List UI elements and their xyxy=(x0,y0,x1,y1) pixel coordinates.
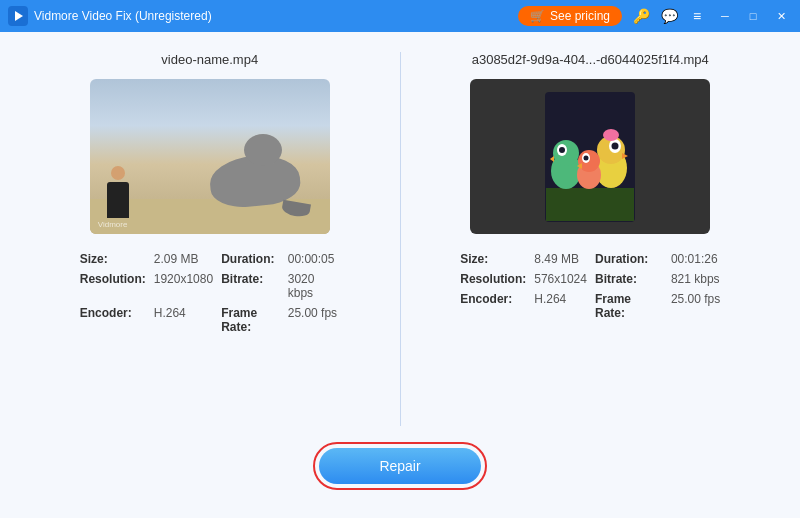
seal-scene: Vidmore xyxy=(90,79,330,234)
left-resolution-label: Resolution: xyxy=(80,272,146,300)
birds-svg xyxy=(546,93,634,221)
titlebar: Vidmore Video Fix (Unregistered) 🛒 See p… xyxy=(0,0,800,32)
left-duration-value: 00:00:05 xyxy=(288,252,340,266)
left-panel-title: video-name.mp4 xyxy=(161,52,258,67)
right-size-label: Size: xyxy=(460,252,526,266)
right-framerate-label: Frame Rate: xyxy=(595,292,663,320)
right-framerate-value: 25.00 fps xyxy=(671,292,720,320)
birds-scene xyxy=(545,92,635,222)
left-panel: video-name.mp4 Vidmore xyxy=(30,52,390,426)
watermark: Vidmore xyxy=(98,220,128,229)
close-button[interactable]: ✕ xyxy=(770,5,792,27)
right-duration-label: Duration: xyxy=(595,252,663,266)
right-size-value: 8.49 MB xyxy=(534,252,587,266)
svg-point-13 xyxy=(603,129,619,141)
app-title: Vidmore Video Fix (Unregistered) xyxy=(34,9,518,23)
left-framerate-label: Frame Rate: xyxy=(221,306,280,334)
right-encoder-label: Encoder: xyxy=(460,292,526,320)
chat-button[interactable]: 💬 xyxy=(658,5,680,27)
panels-container: video-name.mp4 Vidmore xyxy=(30,52,770,426)
left-duration-label: Duration: xyxy=(221,252,280,266)
svg-point-18 xyxy=(584,155,589,160)
svg-point-7 xyxy=(559,147,565,153)
right-duration-value: 00:01:26 xyxy=(671,252,720,266)
right-thumb-bg xyxy=(470,79,710,234)
left-bitrate-value: 3020 kbps xyxy=(288,272,340,300)
right-bitrate-value: 821 kbps xyxy=(671,272,720,286)
menu-button[interactable]: ≡ xyxy=(686,5,708,27)
cart-icon: 🛒 xyxy=(530,9,545,23)
left-bitrate-label: Bitrate: xyxy=(221,272,280,300)
right-video-thumbnail xyxy=(470,79,710,234)
maximize-button[interactable]: □ xyxy=(742,5,764,27)
main-content: video-name.mp4 Vidmore xyxy=(0,32,800,518)
right-panel: a3085d2f-9d9a-404...-d6044025f1f4.mp4 xyxy=(411,52,771,426)
panel-divider xyxy=(400,52,401,426)
pricing-label: See pricing xyxy=(550,9,610,23)
key-button[interactable]: 🔑 xyxy=(630,5,652,27)
right-resolution-label: Resolution: xyxy=(460,272,526,286)
right-resolution-value: 576x1024 xyxy=(534,272,587,286)
minimize-button[interactable]: ─ xyxy=(714,5,736,27)
left-encoder-label: Encoder: xyxy=(80,306,146,334)
svg-rect-3 xyxy=(546,188,634,221)
see-pricing-button[interactable]: 🛒 See pricing xyxy=(518,6,622,26)
left-video-thumbnail: Vidmore xyxy=(90,79,330,234)
right-bitrate-label: Bitrate: xyxy=(595,272,663,286)
right-panel-title: a3085d2f-9d9a-404...-d6044025f1f4.mp4 xyxy=(472,52,709,67)
left-size-value: 2.09 MB xyxy=(154,252,213,266)
right-info-grid: Size: 8.49 MB Duration: 00:01:26 Resolut… xyxy=(460,252,720,320)
repair-button-wrapper: Repair xyxy=(313,442,486,490)
titlebar-icons: 🔑 💬 ≡ ─ □ ✕ xyxy=(630,5,792,27)
svg-point-12 xyxy=(612,142,619,149)
app-logo xyxy=(8,6,28,26)
left-encoder-value: H.264 xyxy=(154,306,213,334)
repair-section: Repair xyxy=(313,426,486,498)
repair-button[interactable]: Repair xyxy=(319,448,480,484)
left-info-grid: Size: 2.09 MB Duration: 00:00:05 Resolut… xyxy=(80,252,340,334)
right-encoder-value: H.264 xyxy=(534,292,587,320)
left-framerate-value: 25.00 fps xyxy=(288,306,340,334)
left-size-label: Size: xyxy=(80,252,146,266)
left-resolution-value: 1920x1080 xyxy=(154,272,213,300)
